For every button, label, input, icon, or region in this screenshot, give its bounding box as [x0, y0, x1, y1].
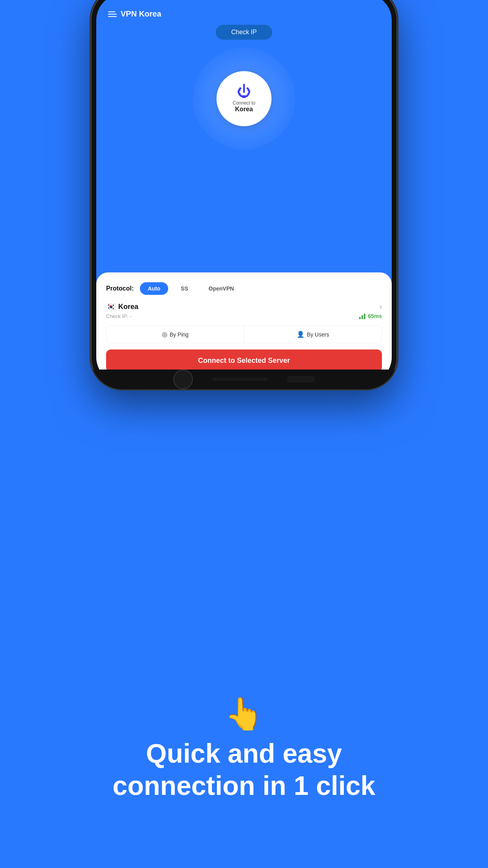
protocol-auto-btn[interactable]: Auto [140, 282, 168, 295]
tagline-line1: Quick and easy [146, 738, 342, 768]
power-area: ⏻ Connect to Korea [96, 48, 392, 150]
check-ip-button[interactable]: Check IP [216, 25, 273, 40]
connect-country-label: Korea [235, 106, 253, 113]
server-name: 🇰🇷 Korea [106, 302, 138, 311]
bottom-panel: Protocol: Auto SS OpenVPN 🇰🇷 Korea › Che… [96, 272, 392, 384]
connect-to-label: Connect to [233, 100, 255, 106]
app-title: VPN Korea [121, 9, 161, 18]
phone-screen: VPN Korea Check IP ⏻ Connect to Korea [96, 0, 392, 384]
power-button-main[interactable]: ⏻ Connect to Korea [216, 71, 272, 126]
protocol-label: Protocol: [106, 285, 134, 292]
chevron-right-icon[interactable]: › [380, 303, 382, 311]
phone-bezel: VPN Korea Check IP ⏻ Connect to Korea [91, 0, 397, 389]
signal-bars [359, 313, 365, 319]
ping-ms: 65ms [368, 313, 382, 319]
tagline-line2: connection in 1 click [113, 771, 376, 800]
sort-by-users-label: By Users [307, 331, 329, 338]
sort-row: ◎ By Ping 👤 By Users [106, 326, 382, 343]
signal-bar-3 [364, 314, 365, 319]
ping-value: 65ms [359, 313, 382, 319]
home-button [173, 370, 193, 389]
bottom-rect [287, 376, 315, 383]
signal-bar-1 [359, 317, 361, 319]
ping-row: Check IP: - 65ms [106, 313, 382, 319]
menu-icon[interactable] [108, 11, 117, 17]
tagline-text: Quick and easy connection in 1 click [89, 737, 399, 802]
power-glow: ⏻ Connect to Korea [193, 48, 295, 150]
pointing-hand-emoji: 👆 [224, 698, 264, 730]
sort-by-users-btn[interactable]: 👤 By Users [244, 326, 382, 343]
server-country: Korea [118, 303, 138, 311]
signal-bar-2 [361, 315, 363, 319]
bottom-section: 👆 Quick and easy connection in 1 click [0, 632, 488, 868]
phone-mockup: VPN Korea Check IP ⏻ Connect to Korea [91, 0, 397, 389]
app-header: VPN Korea [96, 0, 392, 25]
bottom-bar [213, 378, 268, 381]
protocol-ss-btn[interactable]: SS [173, 282, 196, 295]
sort-by-ping-label: By Ping [170, 331, 189, 338]
flag-emoji: 🇰🇷 [106, 302, 116, 311]
connect-selected-server-btn[interactable]: Connect to Selected Server [106, 349, 382, 372]
protocol-row: Protocol: Auto SS OpenVPN [106, 282, 382, 295]
ping-icon: ◎ [162, 331, 167, 338]
users-icon: 👤 [297, 331, 305, 338]
check-ip-value: Check IP: - [106, 313, 131, 319]
bottom-bezel [91, 370, 397, 389]
protocol-openvpn-btn[interactable]: OpenVPN [201, 282, 242, 295]
sort-by-ping-btn[interactable]: ◎ By Ping [106, 326, 244, 343]
power-icon: ⏻ [237, 85, 251, 99]
server-row: 🇰🇷 Korea › [106, 302, 382, 311]
